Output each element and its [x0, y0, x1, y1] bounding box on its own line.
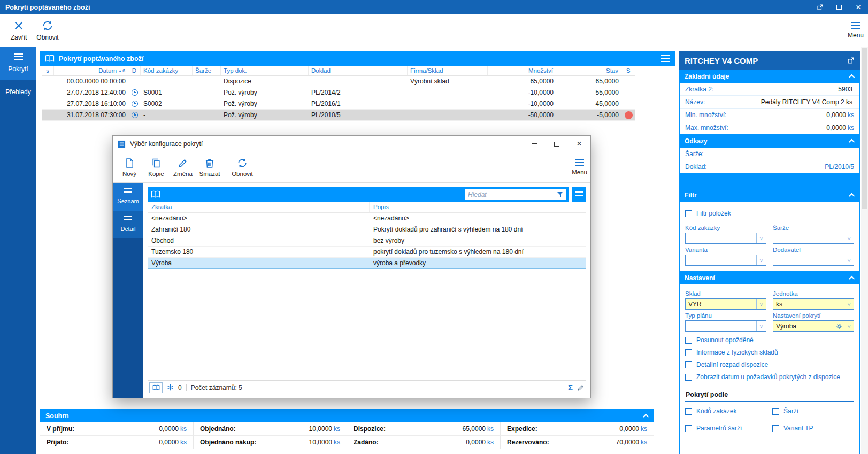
- book-icon: [45, 55, 55, 63]
- search-input[interactable]: [468, 191, 555, 198]
- config-row-selected[interactable]: Výrobavýroba a převodky: [148, 258, 586, 269]
- refresh-icon: [42, 20, 53, 32]
- grid-menu-icon[interactable]: [661, 55, 670, 62]
- dropdown-icon[interactable]: ▽: [844, 321, 854, 331]
- informace-checkbox[interactable]: [685, 349, 692, 356]
- dialog-minimize-button[interactable]: [523, 136, 546, 152]
- field-sarze: Šarže ▽: [773, 222, 854, 244]
- parametru-sarzi-checkbox[interactable]: [685, 425, 692, 432]
- refresh-button[interactable]: Obnovit: [33, 16, 62, 45]
- sidebar-item-pokryti[interactable]: Pokrytí: [0, 47, 36, 80]
- dropdown-icon[interactable]: ▽: [844, 299, 854, 309]
- variant-tp-checkbox[interactable]: [772, 425, 779, 432]
- dialog-menu-button[interactable]: Menu: [565, 154, 587, 181]
- tab-detail[interactable]: Detail: [113, 211, 143, 238]
- dock-button[interactable]: [810, 0, 829, 14]
- dropdown-icon[interactable]: ▽: [756, 255, 766, 265]
- config-row[interactable]: Obchodbez výroby: [148, 235, 586, 247]
- varianta-combo[interactable]: ▽: [685, 255, 766, 266]
- table-row-selected[interactable]: 31.07.2018 07:30:00 - Pož. výroby PL/201…: [42, 110, 635, 121]
- column-header-zkratka[interactable]: Zkratka: [148, 202, 370, 212]
- config-row[interactable]: Zahraničí 180Pokrytí dokladů pro zahrani…: [148, 224, 586, 235]
- sarze-combo[interactable]: ▽: [773, 233, 854, 244]
- copy-button[interactable]: Kopie: [143, 154, 170, 181]
- config-row[interactable]: <nezadáno><nezadáno>: [148, 213, 586, 224]
- cell-mnozstvi: 65,0000: [488, 76, 556, 87]
- tab-seznam[interactable]: Seznam: [113, 183, 143, 211]
- jednotka-combo[interactable]: ks▽: [773, 298, 854, 310]
- dropdown-icon[interactable]: ▽: [844, 255, 854, 265]
- edit-button[interactable]: Změna: [170, 154, 196, 181]
- collapse-chevron-icon[interactable]: [643, 413, 649, 419]
- chevron-up-icon: [849, 275, 855, 281]
- gear-icon[interactable]: [834, 321, 844, 331]
- view-mode-button[interactable]: [149, 382, 163, 393]
- sidebar-item-label: Pokrytí: [8, 65, 28, 73]
- cell-datum: 27.07.2018 12:40:00: [54, 87, 128, 98]
- window-controls: ×: [810, 0, 868, 14]
- dialog-close-button[interactable]: ×: [568, 136, 590, 152]
- dropdown-icon[interactable]: ▽: [756, 233, 766, 243]
- section-header-basic[interactable]: Základní údaje: [679, 70, 860, 83]
- document-link[interactable]: PL/2010/5: [825, 163, 854, 171]
- close-view-button[interactable]: Zavřít: [4, 16, 33, 45]
- edit-pencil-icon[interactable]: [577, 384, 585, 391]
- table-row[interactable]: 00.00.0000 00:00:00 Dispozice Výrobní sk…: [42, 76, 635, 87]
- scrollbar-thumb[interactable]: [862, 48, 867, 209]
- menu-button[interactable]: Menu: [840, 16, 864, 45]
- table-row[interactable]: 27.07.2018 12:40:00 S0001 Pož. výroby PL…: [42, 87, 635, 98]
- column-header-popis[interactable]: Popis: [370, 202, 586, 212]
- column-header-sarze[interactable]: Šarže: [193, 66, 221, 75]
- popout-icon[interactable]: [847, 57, 855, 64]
- close-window-button[interactable]: ×: [849, 0, 868, 14]
- detailni-checkbox[interactable]: [685, 361, 692, 368]
- sum-button[interactable]: Σ: [568, 383, 573, 392]
- dropdown-icon[interactable]: ▽: [844, 233, 854, 243]
- dialog-statusbar: 0 Počet záznamů: 5 Σ: [148, 380, 586, 394]
- sarzi-checkbox[interactable]: [772, 408, 779, 415]
- column-header-mnozstvi[interactable]: Množství: [488, 66, 556, 75]
- table-row[interactable]: 27.07.2018 16:10:00 S0002 Pož. výroby PL…: [42, 98, 635, 110]
- kodu-zakazek-checkbox[interactable]: [685, 408, 692, 415]
- nastaveni-pokryti-combo[interactable]: Výroba ▽: [773, 320, 854, 332]
- column-header-typ[interactable]: Typ dok.: [221, 66, 309, 75]
- list-menu-button[interactable]: [572, 187, 586, 202]
- sklad-combo[interactable]: VYR▽: [685, 298, 766, 310]
- detail-row: Šarže:: [680, 148, 859, 160]
- snowflake-icon: [167, 384, 174, 391]
- panel-gap: [679, 173, 860, 188]
- config-row[interactable]: Tuzemsko 180pokrytí dokladů pro tuzemsko…: [148, 247, 586, 258]
- new-button[interactable]: Nový: [116, 154, 143, 181]
- typ-planu-combo[interactable]: ▽: [685, 320, 766, 332]
- filter-items-checkbox[interactable]: [685, 210, 692, 217]
- column-header-status[interactable]: S: [621, 66, 635, 75]
- posunout-checkbox[interactable]: [685, 337, 692, 344]
- maximize-button[interactable]: [829, 0, 849, 14]
- column-header-s[interactable]: s: [42, 66, 54, 75]
- close-icon: ×: [577, 138, 582, 149]
- column-header-d[interactable]: D: [128, 66, 141, 75]
- dropdown-icon[interactable]: ▽: [756, 321, 766, 331]
- delete-button[interactable]: Smazat: [196, 154, 223, 181]
- section-header-links[interactable]: Odkazy: [679, 134, 860, 148]
- zobrazit-datum-checkbox[interactable]: [685, 374, 692, 381]
- clock-icon: [132, 101, 138, 107]
- dodavatel-combo[interactable]: ▽: [773, 255, 854, 266]
- sidebar-item-prehledy[interactable]: Přehledy: [0, 80, 36, 104]
- section-header-filter[interactable]: Filtr: [679, 188, 860, 202]
- dialog-maximize-button[interactable]: [546, 136, 568, 152]
- coverage-table-header: s Datum ▲ 6 D Kód zakázky Šarže Typ dok.…: [42, 66, 635, 76]
- column-header-firma[interactable]: Firma/Sklad: [408, 66, 488, 75]
- dialog-refresh-button[interactable]: Obnovit: [229, 154, 256, 181]
- section-header-settings[interactable]: Nastavení: [679, 271, 860, 284]
- filter-funnel-icon[interactable]: [557, 191, 563, 197]
- column-header-kod[interactable]: Kód zakázky: [141, 66, 193, 75]
- dropdown-icon[interactable]: ▽: [756, 299, 766, 309]
- vertical-scrollbar[interactable]: [861, 47, 868, 454]
- cell-typ: Dispozice: [221, 76, 309, 87]
- summary-header: Souhrn: [40, 409, 654, 422]
- column-header-datum[interactable]: Datum ▲ 6: [54, 66, 128, 75]
- kod-zakazky-combo[interactable]: ▽: [685, 233, 766, 244]
- column-header-stav[interactable]: Stav: [556, 66, 621, 75]
- column-header-doklad[interactable]: Doklad: [309, 66, 408, 75]
